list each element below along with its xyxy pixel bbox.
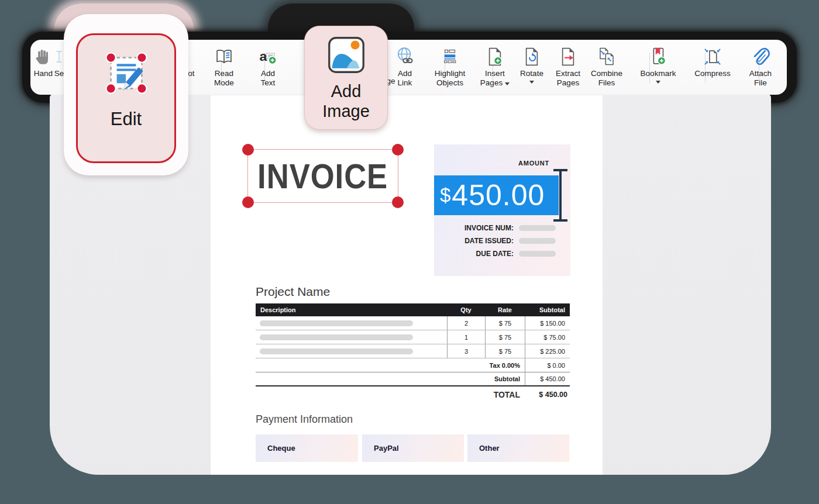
tax-value: $ 0.00 — [525, 358, 570, 372]
project-name: Project Name — [256, 285, 330, 299]
bookmark-icon — [648, 44, 668, 69]
invoice-table: Description Qty Rate Subtotal 2 $ 75 $ 1… — [256, 303, 570, 403]
select-label: Se — [54, 69, 64, 78]
highlight-objects-label-1: Highlight — [435, 69, 466, 78]
insert-pages-button[interactable]: Insert Pages — [476, 44, 514, 94]
bookmark-button[interactable]: Bookmark — [635, 44, 682, 94]
add-image-callout-label-1: Add — [331, 81, 362, 101]
text-cursor-icon — [553, 169, 567, 222]
amount-panel: AMOUNT $ 450.00 INVOICE NUM: DATE ISSUED… — [434, 144, 570, 276]
rotate-button[interactable]: Rotate — [513, 44, 550, 94]
add-image-icon — [327, 36, 366, 77]
table-row: 2 $ 75 $ 150.00 — [256, 316, 570, 330]
table-row: 3 $ 75 $ 225.00 — [256, 344, 570, 358]
add-text-label-1: Add — [261, 69, 275, 78]
insert-pages-label-1: Insert — [485, 69, 505, 78]
total-value: $ 450.00 — [525, 391, 570, 399]
book-icon — [214, 44, 234, 69]
date-issued-label: DATE ISSUED: — [464, 237, 514, 245]
add-text-button[interactable]: a Add Text — [249, 44, 287, 94]
combine-files-button[interactable]: Combine Files — [588, 44, 625, 94]
selection-handle-icon[interactable] — [392, 144, 404, 156]
cell-subtotal: $ 150.00 — [525, 316, 570, 330]
add-image-callout[interactable]: Add Image — [304, 26, 388, 130]
add-image-callout-label-2: Image — [322, 101, 370, 121]
selected-text-object[interactable]: INVOICE — [247, 149, 398, 203]
add-text-icon: a — [258, 44, 278, 69]
cell-rate: $ 75 — [485, 344, 525, 358]
highlight-objects-label-2: Objects — [436, 78, 463, 88]
read-mode-label-1: Read — [215, 69, 233, 78]
combine-files-icon — [597, 44, 617, 69]
tax-row: Tax 0.00% $ 0.00 — [256, 358, 570, 372]
extract-pages-label-2: Pages — [557, 78, 579, 88]
header-rate: Rate — [485, 306, 525, 313]
edit-callout[interactable]: Edit — [76, 33, 176, 163]
combine-files-label-1: Combine — [591, 69, 622, 78]
payment-method-paypal: PayPal — [362, 434, 464, 462]
due-date-label: DUE DATE: — [476, 250, 514, 258]
extract-pages-icon — [558, 44, 578, 69]
header-subtotal: Subtotal — [525, 306, 570, 313]
extract-pages-label-1: Extract — [556, 69, 580, 78]
read-mode-button[interactable]: Read Mode — [205, 44, 243, 94]
svg-text:a: a — [260, 49, 267, 64]
attach-file-label-2: File — [754, 78, 767, 88]
dropdown-caret-icon[interactable] — [529, 81, 534, 84]
selection-handle-icon[interactable] — [242, 196, 254, 208]
total-label: TOTAL — [256, 390, 525, 399]
insert-pages-icon — [485, 44, 505, 69]
invoice-title: INVOICE — [257, 156, 388, 196]
dropdown-caret-icon[interactable] — [656, 81, 660, 84]
date-issued-placeholder — [519, 238, 556, 244]
combine-files-label-2: Files — [598, 78, 615, 88]
dropdown-caret-icon[interactable] — [505, 82, 510, 85]
total-row: TOTAL $ 450.00 — [256, 386, 570, 403]
cell-subtotal: $ 75.00 — [525, 330, 570, 344]
highlight-objects-button[interactable]: Highlight Objects — [429, 44, 471, 94]
attach-file-button[interactable]: Attach File — [742, 44, 779, 94]
rotate-icon — [522, 44, 542, 69]
tax-label: Tax 0.00% — [256, 362, 525, 369]
cell-qty: 3 — [447, 344, 485, 358]
table-header-row: Description Qty Rate Subtotal — [256, 303, 570, 316]
subtotal-row: Subtotal $ 450.00 — [256, 372, 570, 386]
highlight-objects-icon — [440, 44, 460, 69]
subtotal-label: Subtotal — [256, 375, 525, 382]
table-row: 1 $ 75 $ 75.00 — [256, 330, 570, 344]
header-qty: Qty — [447, 306, 485, 313]
amount-label: AMOUNT — [518, 160, 549, 167]
amount-text-selection[interactable]: $ 450.00 — [434, 175, 559, 215]
selection-handle-icon[interactable] — [392, 196, 404, 208]
add-text-label-2: Text — [261, 78, 276, 88]
payment-heading: Payment Information — [256, 413, 353, 426]
payment-method-cheque: Cheque — [256, 434, 358, 462]
cell-rate: $ 75 — [485, 316, 525, 330]
compress-icon — [703, 44, 722, 69]
pdf-editor-app: INVOICE AMOUNT $ 450.00 INVOICE NUM: DAT… — [0, 0, 819, 504]
cell-qty: 1 — [447, 330, 485, 344]
extract-pages-button[interactable]: Extract Pages — [549, 44, 587, 94]
selection-handle-icon[interactable] — [242, 144, 254, 156]
paperclip-icon — [750, 44, 771, 69]
description-placeholder — [260, 334, 413, 340]
cell-qty: 2 — [447, 316, 485, 330]
due-date-placeholder — [519, 251, 556, 257]
pdf-page: INVOICE AMOUNT $ 450.00 INVOICE NUM: DAT… — [211, 95, 603, 475]
edit-callout-label: Edit — [111, 109, 142, 130]
bookmark-label: Bookmark — [641, 69, 676, 78]
edit-icon — [102, 49, 150, 99]
description-placeholder — [260, 320, 413, 326]
subtotal-value: $ 450.00 — [525, 372, 570, 385]
payment-method-other: Other — [467, 434, 569, 462]
compress-button[interactable]: Compress — [689, 44, 736, 94]
cell-rate: $ 75 — [485, 330, 525, 344]
invoice-num-placeholder — [519, 225, 556, 231]
add-link-label-1: Add — [398, 69, 412, 78]
header-description: Description — [256, 306, 447, 313]
add-link-button[interactable]: Add Link — [386, 44, 424, 94]
cell-subtotal: $ 225.00 — [525, 344, 570, 358]
add-link-label-2: Link — [398, 78, 412, 88]
attach-file-label-1: Attach — [749, 69, 772, 78]
insert-pages-label-2: Pages — [480, 78, 503, 88]
